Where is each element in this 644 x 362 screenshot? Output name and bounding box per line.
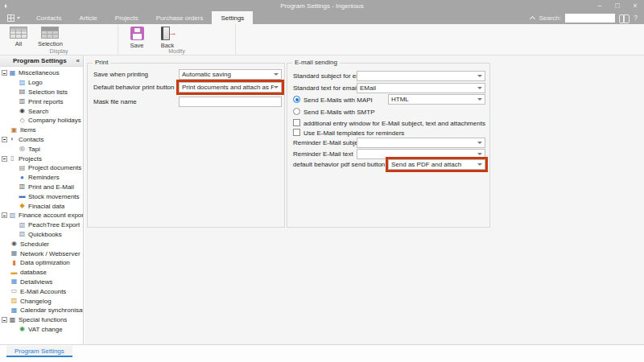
window-title: Program Settings - Ingenious <box>0 2 644 10</box>
expander-icon[interactable] <box>2 156 7 162</box>
grid-selection-icon <box>41 27 59 39</box>
sidebar-item-selection-lists[interactable]: ▤Selection lists <box>0 88 83 97</box>
calendar-icon: ▦ <box>10 307 18 314</box>
ribbon-group-display: All Selection Display <box>0 24 118 55</box>
print-groupbox-title: Print <box>93 59 110 67</box>
sidebar-item-miscellaneous[interactable]: ▦Miscellaneous <box>0 68 83 78</box>
send-with-smtp-radio[interactable] <box>293 108 300 115</box>
default-behavior-print-label: Default behavior print button <box>93 84 175 91</box>
sidebar-item-calendar-synchronisation[interactable]: ▦Calendar synchronisation <box>0 306 83 315</box>
list-icon: ▤ <box>19 88 26 95</box>
tab-contacts[interactable]: Contacts <box>27 11 71 24</box>
sidebar-item-vat-change[interactable]: ◉VAT change <box>0 325 83 335</box>
money-icon: ◆ <box>19 203 26 209</box>
settings-tree: ▦Miscellaneous ▨Logo ▤Selection lists ▥P… <box>0 67 83 334</box>
email-sending-groupbox: E-mail sending Standard subject for emai… <box>287 63 490 228</box>
additional-entry-window-label: additional entry window for E-Mail subje… <box>303 120 485 127</box>
export-folder-icon: ▧ <box>19 222 26 228</box>
collapse-ribbon-icon[interactable] <box>530 15 535 21</box>
search-input[interactable] <box>565 14 615 23</box>
selection-button[interactable]: Selection <box>35 26 65 48</box>
database-icon: ▬ <box>10 269 18 276</box>
tab-article[interactable]: Article <box>71 11 106 24</box>
back-button[interactable]: → Back <box>154 26 181 50</box>
changelog-icon: ▨ <box>10 298 18 304</box>
all-button[interactable]: All <box>5 26 32 48</box>
additional-entry-window-checkbox[interactable] <box>293 119 300 126</box>
app-logo-icon: ◐ <box>4 2 8 10</box>
tab-purchase-orders[interactable]: Purchase orders <box>147 11 213 24</box>
sidebar-item-peachtree-export[interactable]: ▧PeachTree Export <box>0 220 83 230</box>
sidebar-item-quickbooks[interactable]: ▧Quickbooks <box>0 230 83 240</box>
sidebar-item-email-accounts[interactable]: ▭E-Mail Accounts <box>0 286 83 296</box>
sidebar-item-database[interactable]: ▬database <box>0 268 83 278</box>
send-with-mapi-radio[interactable] <box>293 96 300 103</box>
expander-icon[interactable] <box>2 317 7 323</box>
sidebar-item-finacial-data[interactable]: ◆Finacial data <box>0 201 83 211</box>
group-label-modify: Modify <box>118 48 235 54</box>
app-menu-button[interactable] <box>0 11 27 24</box>
expander-icon[interactable] <box>2 70 7 76</box>
sidebar-item-print-and-email[interactable]: ▥Print and E-Mail <box>0 183 83 192</box>
sidebar-item-project-documents[interactable]: ▤Project documents <box>0 163 83 173</box>
grid-all-icon <box>10 27 27 39</box>
sidebar-item-finance-account-export[interactable]: ▧Finance account export <box>0 211 83 220</box>
back-arrow-icon: → <box>168 28 177 37</box>
default-behavior-print-combo[interactable]: Print documents and attach as PDF <box>179 82 282 93</box>
table-icon: ▦ <box>10 278 18 285</box>
vat-percent-icon: ◉ <box>19 326 26 332</box>
items-icon: ▣ <box>10 127 18 134</box>
sidebar-item-projects[interactable]: ▯Projects <box>0 154 83 163</box>
save-when-printing-label: Save when printing <box>93 71 148 78</box>
sidebar-item-logo[interactable]: ▨Logo <box>0 78 83 88</box>
bottom-tab-bar: Program Settings <box>0 344 644 362</box>
tab-settings[interactable]: Settings <box>212 11 253 24</box>
tab-projects[interactable]: Projects <box>106 11 147 24</box>
stock-icon: ▬ <box>19 193 26 200</box>
sidebar-collapse-icon[interactable]: « <box>76 57 80 64</box>
sidebar-item-network-webserver[interactable]: ▦Network / Webserver <box>0 249 83 258</box>
projects-icon: ▯ <box>9 155 16 162</box>
sidebar-item-changelog[interactable]: ▨Changelog <box>0 296 83 306</box>
mask-file-name-label: Mask file name <box>93 98 137 105</box>
sidebar-item-company-holidays[interactable]: ◇Company holidays <box>0 116 83 125</box>
sidebar-item-items[interactable]: ▣Items <box>0 125 83 135</box>
sidebar-item-search[interactable]: ◉Search <box>0 106 83 116</box>
help-icon[interactable]: ? <box>634 14 638 22</box>
use-email-templates-checkbox[interactable] <box>293 129 300 136</box>
standard-text-combo[interactable]: EMail <box>357 83 485 93</box>
sidebar-title: Program Settings <box>3 57 76 64</box>
reminder-subject-combo[interactable] <box>357 138 485 148</box>
functions-icon: ▩ <box>9 317 16 323</box>
save-when-printing-combo[interactable]: Automatic saving <box>179 69 282 80</box>
standard-text-label: Standard text for emails <box>293 84 361 92</box>
bottom-tab-program-settings[interactable]: Program Settings <box>6 346 72 357</box>
maximize-button[interactable]: □ <box>609 0 626 11</box>
reminder-text-combo[interactable] <box>357 149 485 159</box>
clock-icon: ◉ <box>10 241 18 247</box>
mask-file-name-input[interactable] <box>179 97 282 107</box>
sidebar-item-data-optimization[interactable]: ▮Data optimization <box>0 258 83 268</box>
expander-icon[interactable] <box>2 212 7 218</box>
sidebar-item-special-functions[interactable]: ▩Special functions <box>0 315 83 325</box>
contacts-icon: ◐ <box>9 136 16 142</box>
sidebar-item-print-reports[interactable]: ▥Print reports <box>0 97 83 106</box>
logo-icon: ▨ <box>19 80 26 86</box>
send-with-mapi-label: Send E-Mails with MAPI <box>303 97 373 104</box>
minimize-button[interactable]: – <box>591 0 609 11</box>
search-binoculars-icon[interactable] <box>619 14 630 22</box>
phone-icon: ◎ <box>19 146 26 152</box>
sidebar-item-reminders[interactable]: ●Reminders <box>0 173 83 183</box>
sidebar-item-scheduler[interactable]: ◉Scheduler <box>0 239 83 249</box>
sidebar-item-stock-movements[interactable]: ▬Stock movements <box>0 191 83 201</box>
close-button[interactable]: × <box>626 0 644 11</box>
sidebar-item-detailviews[interactable]: ▦Detailviews <box>0 278 83 287</box>
pdf-send-button-label: default behavior pdf send button <box>293 161 385 168</box>
sidebar-item-contacts[interactable]: ◐Contacts <box>0 135 83 145</box>
sidebar-item-tapi[interactable]: ◎Tapi <box>0 144 83 154</box>
expander-icon[interactable] <box>2 137 7 142</box>
pdf-send-button-combo[interactable]: Send as PDF and attach <box>388 159 485 170</box>
standard-subject-combo[interactable] <box>357 71 485 81</box>
save-button[interactable]: Save <box>123 26 151 50</box>
mapi-format-combo[interactable]: HTML <box>388 94 485 105</box>
